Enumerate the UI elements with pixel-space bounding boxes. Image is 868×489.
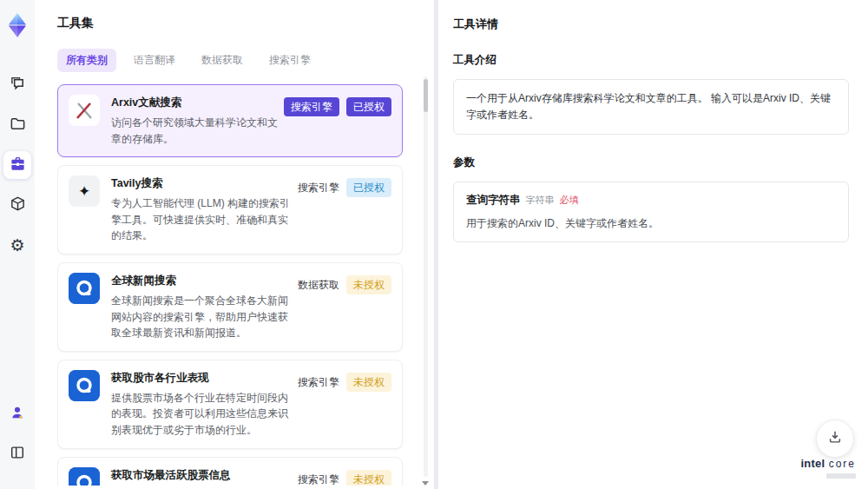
category-badge: 搜索引擎 bbox=[298, 178, 339, 197]
param-description: 用于搜索的Arxiv ID、关键字或作者姓名。 bbox=[466, 215, 836, 231]
param-name: 查询字符串 bbox=[466, 193, 521, 208]
tool-name: 获取股市各行业表现 bbox=[111, 371, 298, 386]
params-heading: 参数 bbox=[453, 155, 849, 170]
news-app-icon bbox=[69, 467, 100, 486]
tool-description: 提供股票市场各个行业在特定时间段内的表现。投资者可以利用这些信息来识别表现优于或… bbox=[111, 390, 298, 439]
tool-name: 全球新闻搜索 bbox=[111, 274, 298, 288]
category-badge: 搜索引擎 bbox=[298, 373, 339, 392]
icon-rail: ⚙ bbox=[0, 0, 35, 489]
intel-wordmark: intel bbox=[800, 457, 825, 470]
tab-all-categories[interactable]: 所有类别 bbox=[57, 49, 116, 72]
page-title: 工具集 bbox=[57, 16, 415, 31]
param-required-flag: 必填 bbox=[560, 194, 579, 207]
tool-description: 访问各个研究领域大量科学论文和文章的存储库。 bbox=[111, 115, 284, 147]
param-type: 字符串 bbox=[526, 194, 555, 207]
scrollbar-down-arrow-icon[interactable] bbox=[422, 481, 429, 486]
tool-description: 全球新闻搜索是一个聚合全球各大新闻网站内容的搜索引擎，帮助用户快速获取全球最新资… bbox=[111, 293, 298, 341]
auth-status-badge: 未授权 bbox=[346, 373, 391, 392]
tab-search-engine[interactable]: 搜索引擎 bbox=[260, 49, 319, 72]
category-badge: 搜索引擎 bbox=[284, 97, 339, 116]
category-badge: 数据获取 bbox=[298, 275, 339, 294]
auth-status-badge: 已授权 bbox=[346, 97, 391, 116]
tavily-star-icon: ✦ bbox=[69, 175, 100, 207]
tool-list-panel: 工具集 所有类别 语言翻译 数据获取 搜索引擎 Arxiv文献搜索 访问各个研究… bbox=[35, 0, 434, 489]
tool-card-global-news[interactable]: 全球新闻搜索 全球新闻搜索是一个聚合全球各大新闻网站内容的搜索引擎，帮助用户快速… bbox=[57, 262, 403, 352]
tool-name: 获取市场最活跃股票信息 bbox=[111, 468, 298, 483]
arxiv-logo-icon bbox=[69, 95, 100, 126]
category-badge: 搜索引擎 bbox=[298, 470, 339, 486]
sidebar-item-tools[interactable] bbox=[3, 151, 31, 179]
chat-icon bbox=[10, 76, 26, 96]
sidebar-item-plugins[interactable] bbox=[3, 191, 31, 219]
download-button[interactable] bbox=[816, 420, 854, 458]
app-logo-icon bbox=[6, 12, 29, 42]
user-icon bbox=[10, 405, 25, 424]
category-tabs: 所有类别 语言翻译 数据获取 搜索引擎 bbox=[57, 49, 415, 72]
intel-sub-badge bbox=[826, 473, 856, 479]
tool-intro-text: 一个用于从Arxiv存储库搜索科学论文和文章的工具。 输入可以是Arxiv ID… bbox=[453, 79, 849, 135]
tool-card-arxiv[interactable]: Arxiv文献搜索 访问各个研究领域大量科学论文和文章的存储库。 搜索引擎 已授… bbox=[57, 84, 403, 157]
user-avatar-button[interactable] bbox=[3, 400, 31, 428]
auth-status-badge: 未授权 bbox=[346, 470, 391, 486]
tab-language-translation[interactable]: 语言翻译 bbox=[125, 49, 184, 72]
tool-description: 专为人工智能代理 (LLM) 构建的搜索引擎工具。可快速提供实时、准确和真实的结… bbox=[111, 195, 298, 244]
news-app-icon bbox=[69, 370, 100, 401]
list-scrollbar[interactable] bbox=[424, 76, 428, 477]
gear-icon: ⚙ bbox=[10, 237, 24, 254]
download-icon bbox=[827, 429, 843, 448]
sidebar-item-chat[interactable] bbox=[3, 71, 31, 99]
tool-card-stock-sectors[interactable]: 获取股市各行业表现 提供股票市场各个行业在特定时间段内的表现。投资者可以利用这些… bbox=[57, 360, 403, 449]
tool-name: Arxiv文献搜索 bbox=[111, 96, 284, 110]
auth-status-badge: 未授权 bbox=[346, 275, 391, 294]
tool-card-tavily[interactable]: ✦ Tavily搜索 专为人工智能代理 (LLM) 构建的搜索引擎工具。可快速提… bbox=[57, 165, 403, 254]
core-wordmark: core bbox=[829, 458, 856, 470]
tab-data-fetch[interactable]: 数据获取 bbox=[193, 49, 252, 72]
tool-card-active-stocks[interactable]: 获取市场最活跃股票信息 提供当天交易量最高的股票列表，投资者可以利用这些信息来识… bbox=[57, 457, 403, 486]
sidebar-item-settings[interactable]: ⚙ bbox=[3, 231, 31, 259]
tool-detail-panel: 工具详情 工具介绍 一个用于从Arxiv存储库搜索科学论文和文章的工具。 输入可… bbox=[438, 0, 868, 489]
intro-heading: 工具介绍 bbox=[453, 53, 849, 68]
news-app-icon bbox=[69, 273, 100, 304]
folder-icon bbox=[10, 116, 26, 135]
tool-card-list: Arxiv文献搜索 访问各个研究领域大量科学论文和文章的存储库。 搜索引擎 已授… bbox=[57, 84, 415, 486]
sidebar-item-files[interactable] bbox=[3, 111, 31, 139]
tool-name: Tavily搜索 bbox=[111, 176, 298, 191]
scrollbar-thumb[interactable] bbox=[424, 79, 428, 112]
parameter-card: 查询字符串 字符串 必填 用于搜索的Arxiv ID、关键字或作者姓名。 bbox=[453, 182, 849, 242]
collapse-panel-button[interactable] bbox=[3, 440, 31, 468]
intel-core-logo: intel core bbox=[800, 455, 856, 479]
cube-icon bbox=[10, 195, 26, 215]
layout-panel-icon bbox=[10, 445, 25, 464]
detail-panel-title: 工具详情 bbox=[453, 17, 849, 32]
toolbox-icon bbox=[10, 155, 26, 175]
auth-status-badge: 已授权 bbox=[346, 178, 391, 197]
